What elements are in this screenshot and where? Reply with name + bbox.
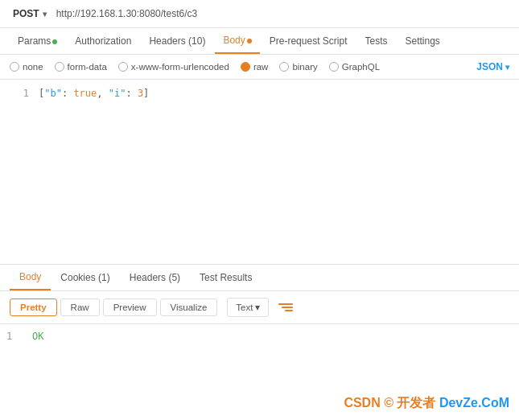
body-type-raw[interactable]: raw	[241, 62, 269, 72]
text-chevron: ▾	[255, 302, 260, 313]
url-bar: POST ▾	[0, 0, 519, 28]
preview-button[interactable]: Preview	[103, 299, 157, 316]
resp-tab-body[interactable]: Body	[10, 265, 51, 290]
response-tabs: Body Cookies (1) Headers (5) Test Result…	[0, 265, 519, 291]
raw-button[interactable]: Raw	[60, 299, 100, 316]
body-type-none[interactable]: none	[10, 62, 43, 72]
body-type-urlencoded[interactable]: x-www-form-urlencoded	[118, 62, 229, 72]
code-editor[interactable]: 1 ["b": true, "i": 3]	[0, 80, 519, 265]
key-b: "b"	[44, 88, 62, 99]
body-type-form-data[interactable]: form-data	[55, 62, 107, 72]
method-label: POST	[13, 8, 39, 19]
method-selector[interactable]: POST ▾	[10, 6, 50, 21]
tab-settings[interactable]: Settings	[397, 29, 448, 53]
resp-ok-value: OK	[32, 331, 43, 342]
body-type-binary[interactable]: binary	[279, 62, 317, 72]
request-tabs: Params Authorization Headers (10) Body P…	[0, 28, 519, 55]
watermark-en-text: DevZe.CoM	[439, 396, 509, 410]
tab-authorization[interactable]: Authorization	[67, 29, 139, 53]
body-dot	[247, 39, 252, 43]
radio-urlencoded	[118, 62, 128, 72]
radio-raw	[241, 62, 250, 72]
url-input[interactable]	[56, 8, 509, 19]
radio-none	[10, 62, 19, 72]
radio-form-data	[55, 62, 64, 72]
response-body: 1 OK	[0, 324, 519, 348]
tab-params[interactable]: Params	[10, 29, 65, 53]
resp-tab-headers[interactable]: Headers (5)	[120, 266, 190, 290]
visualize-button[interactable]: Visualize	[160, 299, 218, 316]
tab-body[interactable]: Body	[215, 28, 259, 54]
tab-prerequest[interactable]: Pre-request Script	[262, 29, 356, 53]
response-line-1: 1 OK	[6, 331, 513, 342]
code-line-1: 1 ["b": true, "i": 3]	[0, 86, 519, 101]
pretty-button[interactable]: Pretty	[10, 299, 57, 316]
key-i: "i"	[109, 88, 126, 99]
resp-tab-cookies[interactable]: Cookies (1)	[51, 266, 119, 290]
watermark-cn-text: CSDN © 开发者	[344, 396, 439, 410]
resp-tab-test-results[interactable]: Test Results	[190, 266, 262, 290]
text-type-dropdown[interactable]: Text ▾	[227, 298, 269, 317]
bracket-close: ]	[143, 88, 149, 99]
tab-headers[interactable]: Headers (10)	[141, 29, 213, 53]
resp-line-number: 1	[6, 331, 19, 342]
json-chevron: ▾	[505, 63, 509, 72]
code-content-1: ["b": true, "i": 3]	[39, 86, 149, 101]
body-type-graphql[interactable]: GraphQL	[329, 62, 380, 72]
tab-tests[interactable]: Tests	[356, 29, 395, 53]
json-type-dropdown[interactable]: JSON ▾	[476, 61, 509, 72]
line-number-1: 1	[6, 86, 29, 101]
val-true: true	[73, 88, 97, 99]
sort-lines-icon	[278, 303, 293, 311]
response-toolbar: Pretty Raw Preview Visualize Text ▾	[0, 291, 519, 324]
params-dot	[52, 39, 57, 44]
sort-button[interactable]	[278, 303, 293, 311]
watermark: CSDN © 开发者 DevZe.CoM	[344, 395, 509, 412]
radio-graphql	[329, 62, 339, 72]
body-type-bar: none form-data x-www-form-urlencoded raw…	[0, 55, 519, 80]
method-chevron: ▾	[43, 10, 47, 19]
radio-binary	[279, 62, 289, 72]
